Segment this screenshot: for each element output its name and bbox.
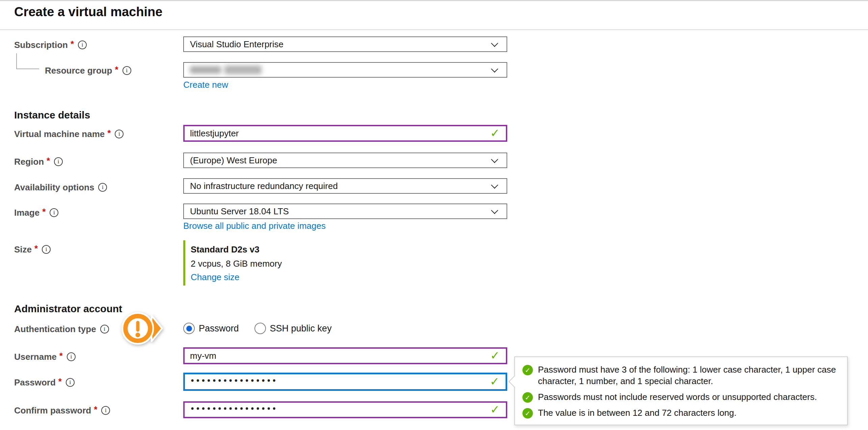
tooltip-item: The value is in between 12 and 72 charac…	[522, 407, 838, 419]
required-asterisk	[107, 128, 111, 138]
availability-options-dropdown[interactable]: No infrastructure redundancy required	[183, 178, 507, 194]
password-masked-value: ••••••••••••••••	[190, 376, 277, 386]
tooltip-item: Password must have 3 of the following: 1…	[522, 364, 838, 387]
authentication-type-radio-group: Password SSH public key	[183, 321, 347, 336]
size-label: Size	[14, 244, 51, 254]
required-asterisk	[42, 207, 46, 217]
size-specs: 2 vcpus, 8 GiB memory	[191, 259, 282, 269]
password-requirements-tooltip: Password must have 3 of the following: 1…	[514, 356, 848, 425]
attention-callout-icon	[119, 308, 164, 349]
info-icon[interactable]	[54, 157, 63, 166]
radio-password[interactable]: Password	[183, 323, 239, 334]
info-icon[interactable]	[42, 245, 51, 254]
username-label: Username	[14, 352, 76, 362]
resource-group-label: Resource group	[45, 65, 131, 76]
chevron-down-icon	[491, 156, 498, 163]
vm-name-value: littlestjupyter	[190, 128, 239, 139]
username-value: my-vm	[190, 351, 216, 361]
radio-selected-icon	[183, 323, 195, 334]
confirm-password-input[interactable]: ••••••••••••••••	[183, 401, 507, 418]
authentication-type-label: Authentication type	[14, 324, 109, 334]
password-label: Password	[14, 377, 75, 387]
availability-options-label: Availability options	[14, 182, 107, 192]
change-size-link[interactable]: Change size	[191, 272, 240, 283]
top-divider	[0, 0, 868, 1]
required-asterisk	[115, 64, 118, 75]
required-asterisk	[34, 243, 38, 253]
subscription-value: Visual Studio Enterprise	[190, 39, 283, 50]
title-divider	[0, 29, 868, 30]
valid-check-icon	[490, 404, 500, 415]
username-input[interactable]: my-vm	[183, 347, 507, 364]
resource-group-blurred-value	[190, 65, 262, 74]
resource-group-dropdown[interactable]	[183, 62, 507, 78]
confirm-password-masked-value: ••••••••••••••••	[190, 404, 277, 414]
tree-connector-horizontal	[16, 69, 39, 69]
success-check-icon	[522, 392, 533, 403]
info-icon[interactable]	[98, 183, 107, 192]
success-check-icon	[522, 408, 533, 419]
valid-check-icon	[490, 127, 500, 139]
availability-options-value: No infrastructure redundancy required	[190, 181, 338, 191]
region-dropdown[interactable]: (Europe) West Europe	[183, 153, 507, 168]
required-asterisk	[71, 39, 74, 49]
page-title: Create a virtual machine	[14, 5, 162, 19]
radio-ssh-public-key[interactable]: SSH public key	[254, 323, 332, 334]
radio-unselected-icon	[254, 323, 266, 334]
info-icon[interactable]	[100, 325, 109, 333]
subscription-label: Subscription	[14, 40, 87, 50]
required-asterisk	[59, 351, 63, 361]
required-asterisk	[47, 156, 50, 166]
required-asterisk	[94, 404, 97, 414]
tooltip-arrow	[509, 376, 520, 387]
subscription-dropdown[interactable]: Visual Studio Enterprise	[183, 36, 507, 52]
vm-name-label: Virtual machine name	[14, 129, 124, 139]
info-icon[interactable]	[50, 208, 58, 217]
valid-check-icon	[490, 376, 500, 387]
info-icon[interactable]	[123, 66, 131, 75]
valid-check-icon	[490, 350, 500, 361]
info-icon[interactable]	[115, 130, 124, 138]
browse-images-link[interactable]: Browse all public and private images	[183, 221, 326, 231]
chevron-down-icon	[491, 182, 498, 189]
size-name: Standard D2s v3	[191, 244, 260, 255]
info-icon[interactable]	[67, 352, 76, 361]
info-icon[interactable]	[101, 406, 110, 415]
image-dropdown[interactable]: Ubuntu Server 18.04 LTS	[183, 204, 507, 219]
chevron-down-icon	[491, 65, 498, 73]
tree-connector-vertical	[16, 53, 17, 69]
vm-name-input[interactable]: littlestjupyter	[183, 125, 507, 142]
required-asterisk	[58, 376, 62, 386]
info-icon[interactable]	[78, 41, 87, 49]
region-label: Region	[14, 157, 63, 167]
section-instance-details: Instance details	[14, 109, 90, 121]
region-value: (Europe) West Europe	[190, 155, 277, 166]
success-check-icon	[522, 365, 533, 375]
info-icon[interactable]	[66, 378, 75, 387]
password-input[interactable]: ••••••••••••••••	[183, 373, 507, 391]
chevron-down-icon	[491, 40, 498, 47]
chevron-down-icon	[491, 207, 498, 214]
image-value: Ubuntu Server 18.04 LTS	[190, 206, 289, 217]
image-label: Image	[14, 208, 58, 218]
section-administrator-account: Administrator account	[14, 303, 122, 315]
size-accent-bar	[183, 240, 185, 286]
create-new-link[interactable]: Create new	[183, 80, 228, 90]
confirm-password-label: Confirm password	[14, 405, 110, 415]
tooltip-item: Passwords must not include reserved word…	[522, 391, 838, 403]
create-vm-page: Create a virtual machine Subscription Vi…	[0, 0, 868, 430]
